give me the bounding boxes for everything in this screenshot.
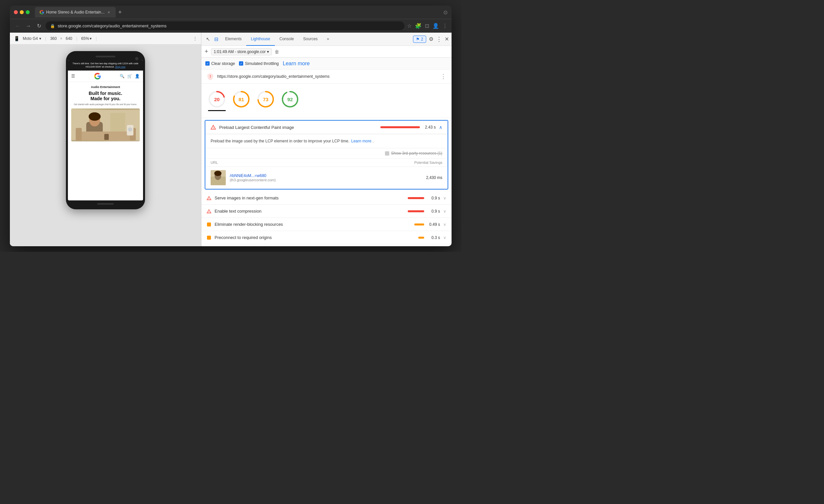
tab-console-label: Console: [280, 36, 294, 41]
gauge-score-73: 73: [263, 97, 269, 102]
throttling-label: Simulated throttling: [245, 61, 279, 66]
device-mode-icon[interactable]: ⊟: [212, 36, 220, 42]
audit-item-3-header[interactable]: Preconnect to required origins 0.3 s ∨: [201, 231, 451, 244]
promo-link[interactable]: Shop now: [115, 66, 125, 68]
gauge-score-20: 20: [214, 97, 220, 102]
back-button[interactable]: ←: [14, 23, 22, 29]
menu-icon[interactable]: ⋮: [442, 23, 447, 29]
separator3: |: [96, 36, 97, 41]
search-icon[interactable]: 🔍: [120, 74, 125, 79]
tab-elements[interactable]: Elements: [220, 33, 246, 46]
viewport-width[interactable]: 360: [50, 36, 57, 41]
refresh-button[interactable]: ↻: [35, 23, 43, 29]
third-party-checkbox[interactable]: [385, 151, 389, 156]
devtools-action-area: ⚑ 2 ⚙ ⋮ ✕: [413, 35, 449, 43]
tab-console[interactable]: Console: [275, 33, 299, 46]
svg-text:!: !: [209, 197, 209, 199]
audit-table-header: URL Potential Savings: [205, 158, 447, 167]
delete-run-button[interactable]: 🗑: [275, 49, 279, 55]
viewport-height[interactable]: 640: [66, 36, 72, 41]
address-input[interactable]: 🔒 store.google.com/category/audio_entert…: [45, 21, 404, 30]
thumbnail-svg: [211, 170, 226, 185]
audit-chevron-icon-1: ∨: [443, 209, 446, 214]
url-selector[interactable]: 1:01:49 AM - store.google.cor ▾: [211, 48, 272, 56]
clear-storage-checkbox[interactable]: ✓: [205, 61, 210, 66]
tab-more[interactable]: »: [322, 33, 334, 46]
device-name: Moto G4: [23, 36, 38, 41]
devtools-tabs: ↖ ⊟ Elements Lighthouse Console Sources …: [201, 33, 451, 46]
zoom-level: 65%: [81, 36, 89, 41]
new-tab-button[interactable]: +: [116, 9, 125, 16]
expanded-audit-title: Preload Largest Contentful Paint image: [219, 125, 377, 130]
account-icon[interactable]: 👤: [135, 74, 140, 79]
issues-badge[interactable]: ⚑ 2: [413, 35, 426, 43]
forward-button[interactable]: →: [24, 23, 32, 29]
audit-warning-icon-2: [207, 222, 211, 227]
audit-bar-group-3: 0.3 s: [418, 235, 440, 240]
phone-screen: There's still time. Get free two-day shi…: [68, 60, 143, 200]
main-content: 📱 Moto G4 ▾ | 360 × 640 | 65% ▾ | ⋮: [10, 33, 451, 246]
tab-sources[interactable]: Sources: [299, 33, 322, 46]
device-toggle-icon[interactable]: 📱: [14, 36, 19, 41]
more-options-icon[interactable]: ⋮: [193, 36, 197, 41]
third-party-checkbox-group[interactable]: Show 3rd-party resources (1): [385, 151, 442, 156]
tab-close-button[interactable]: ✕: [106, 10, 111, 14]
hamburger-icon[interactable]: ☰: [71, 74, 75, 79]
url-display-text: 1:01:49 AM - store.google.cor: [214, 49, 266, 54]
col-url-header: URL: [211, 161, 414, 165]
audit-item-preload-lcp-header[interactable]: ! Preload Largest Contentful Paint image…: [205, 121, 447, 134]
device-selector[interactable]: Moto G4 ▾: [23, 36, 41, 41]
expand-chevron-icon[interactable]: ∧: [439, 125, 442, 130]
audit-row-url: /rbNNiE4oM...=w680 (lh3.googleuserconten…: [230, 173, 419, 182]
cart-icon[interactable]: 🛒: [127, 74, 132, 79]
phone-hero-image: [71, 108, 140, 141]
title-bar: Home Stereo & Audio Entertain... ✕ + ⊙: [10, 6, 451, 19]
phone-nav-icons: 🔍 🛒 👤: [120, 74, 140, 79]
add-run-button[interactable]: +: [205, 48, 208, 55]
audit-title-0: Serve images in next-gen formats: [215, 195, 404, 200]
gauge-seo: 92: [281, 90, 299, 111]
learn-more-link[interactable]: Learn more: [283, 61, 310, 67]
fullscreen-button[interactable]: [26, 10, 30, 14]
devtools-settings: ✓ Clear storage ✓ Simulated throttling L…: [201, 58, 451, 70]
close-button[interactable]: [14, 10, 18, 14]
score-gauges: 20 81: [208, 88, 445, 114]
extension2-icon[interactable]: ⊡: [425, 23, 429, 29]
audit-title-2: Eliminate render-blocking resources: [215, 222, 411, 227]
settings-icon[interactable]: ⚙: [429, 36, 433, 42]
tab-lighthouse[interactable]: Lighthouse: [246, 33, 275, 46]
bookmark-icon[interactable]: ☆: [407, 23, 412, 29]
phone-subtitle: Get started with audio packages that fit…: [71, 103, 140, 106]
audit-item-3: Preconnect to required origins 0.3 s ∨: [201, 231, 451, 244]
viewport-content: There's still time. Get free two-day shi…: [10, 44, 201, 246]
active-tab[interactable]: Home Stereo & Audio Entertain... ✕: [35, 7, 116, 17]
svg-text:!: !: [213, 126, 214, 129]
close-devtools-icon[interactable]: ✕: [445, 36, 449, 42]
audit-chevron-icon-3: ∨: [443, 235, 446, 240]
url-main: /rbNNiE4oM...=w680: [230, 173, 419, 178]
audit-item-0: ! Serve images in next-gen formats 0.9 s…: [201, 192, 451, 205]
audit-title-1: Enable text compression: [215, 209, 404, 214]
audit-chevron-icon-2: ∨: [443, 222, 446, 227]
hero-bold: Built for music.: [89, 91, 122, 96]
address-text: store.google.com/category/audio_entertai…: [58, 23, 400, 28]
audit-menu-icon[interactable]: ⋮: [440, 73, 446, 80]
svg-rect-32: [207, 236, 211, 240]
audit-item-1-header[interactable]: ! Enable text compression 0.9 s ∨: [201, 205, 451, 218]
audit-learn-more-link[interactable]: Learn more: [351, 139, 371, 143]
throttling-checkbox[interactable]: ✓: [239, 61, 243, 66]
audit-bar-2: [414, 223, 424, 225]
profile-icon[interactable]: 👤: [432, 23, 439, 29]
audit-item-2-header[interactable]: Eliminate render-blocking resources 0.49…: [201, 218, 451, 231]
extension-icon[interactable]: 🧩: [415, 23, 422, 29]
phone-home-button: [97, 203, 114, 205]
audit-time-3: 0.3 s: [427, 235, 440, 240]
audit-item-0-header[interactable]: ! Serve images in next-gen formats 0.9 s…: [201, 192, 451, 204]
cursor-icon[interactable]: ↖: [204, 36, 212, 42]
more-devtools-icon[interactable]: ⋮: [436, 35, 442, 43]
phone-category-title: Audio Entertainment: [71, 85, 140, 89]
audit-warning-icon-3: [207, 235, 211, 240]
tab-lighthouse-label: Lighthouse: [251, 36, 270, 41]
zoom-selector[interactable]: 65% ▾: [81, 36, 92, 41]
minimize-button[interactable]: [20, 10, 24, 14]
